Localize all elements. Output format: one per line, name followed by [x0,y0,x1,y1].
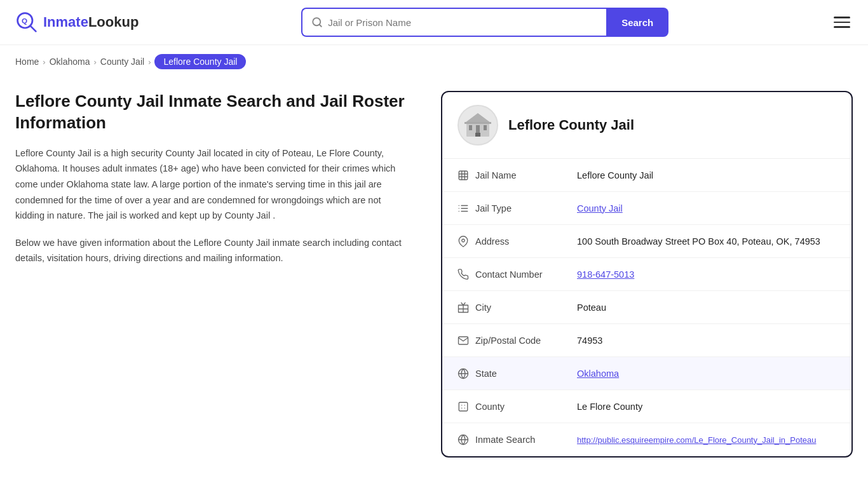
mail-icon [458,335,475,346]
chevron-icon: › [148,57,151,67]
globe-icon [458,368,475,379]
svg-marker-9 [465,113,491,123]
value-jail-name: Leflore County Jail [577,170,836,180]
svg-rect-7 [476,125,480,133]
breadcrumb-oklahoma[interactable]: Oklahoma [50,57,90,67]
table-row: Inmate Search http://public.esquireempir… [442,423,851,456]
jail-icon [458,170,475,181]
label-jail-name: Jail Name [475,170,577,180]
label-inmate-search: Inmate Search [475,435,577,445]
svg-line-4 [320,24,322,26]
svg-line-1 [30,25,36,31]
hamburger-menu[interactable] [831,14,853,30]
building-icon [463,110,493,140]
avatar [458,105,498,146]
table-row: Jail Type County Jail [442,192,851,225]
logo: Q InmateLookup [15,11,139,34]
state-link[interactable]: Oklahoma [577,369,619,379]
label-zip: Zip/Postal Code [475,336,577,346]
label-city: City [475,302,577,313]
jail-card-title: Leflore County Jail [508,117,634,133]
contact-link[interactable]: 918-647-5013 [577,269,634,280]
breadcrumb-home[interactable]: Home [15,57,39,67]
table-row: Zip/Postal Code 74953 [442,324,851,357]
page-description-2: Below we have given information about th… [15,235,409,266]
right-panel: Leflore County Jail Jail Name Leflore Co… [441,91,853,458]
info-table: Jail Name Leflore County Jail Jail Type … [442,159,851,456]
label-address: Address [475,236,577,247]
table-row: Contact Number 918-647-5013 [442,258,851,291]
svg-rect-10 [475,133,480,137]
svg-rect-6 [469,125,472,130]
table-row: State Oklahoma [442,357,851,390]
value-state: Oklahoma [577,369,836,379]
search-bar: Search [301,8,668,37]
page-description-1: Leflore County Jail is a high security C… [15,146,409,224]
page-title: Leflore County Jail Inmate Search and Ja… [15,91,409,134]
breadcrumb-county-jail[interactable]: County Jail [100,57,144,67]
value-address: 100 South Broadway Street PO Box 40, Pot… [577,236,836,247]
search-globe-icon [458,434,475,445]
search-input-wrapper [301,8,606,37]
chevron-icon: › [43,57,45,67]
label-contact: Contact Number [475,269,577,280]
info-card-header: Leflore County Jail [442,92,851,159]
table-row: Jail Name Leflore County Jail [442,159,851,192]
list-icon [458,203,475,214]
left-panel: Leflore County Jail Inmate Search and Ja… [15,91,422,266]
svg-point-23 [462,239,465,242]
value-inmate-search: http://public.esquireempire.com/Le_Flore… [577,435,836,445]
hamburger-line [834,17,850,18]
county-icon [458,401,475,412]
value-county: Le Flore County [577,402,836,412]
value-zip: 74953 [577,336,836,346]
label-county: County [475,402,577,412]
logo-text: InmateLookup [43,14,139,30]
header: Q InmateLookup Search [0,0,868,45]
search-input[interactable] [328,17,597,28]
info-card: Leflore County Jail Jail Name Leflore Co… [441,91,853,458]
inmate-search-link[interactable]: http://public.esquireempire.com/Le_Flore… [577,435,817,445]
svg-rect-29 [459,402,468,411]
search-button[interactable]: Search [606,8,668,37]
table-row: Address 100 South Broadway Street PO Box… [442,225,851,258]
hamburger-line [834,22,850,24]
value-city: Poteau [577,302,836,313]
value-contact: 918-647-5013 [577,269,836,280]
chevron-icon: › [94,57,97,67]
label-state: State [475,369,577,379]
svg-rect-11 [465,122,491,124]
phone-icon [458,269,475,280]
breadcrumb-current: Leflore County Jail [154,54,246,69]
table-row: City Poteau [442,291,851,324]
logo-icon: Q [15,11,38,34]
search-icon [311,17,323,28]
location-icon [458,236,475,247]
main-content: Leflore County Jail Inmate Search and Ja… [0,78,868,483]
city-icon [458,302,475,313]
value-jail-type: County Jail [577,203,836,214]
hamburger-line [834,26,850,28]
svg-rect-12 [459,171,468,180]
svg-rect-8 [484,125,487,130]
label-jail-type: Jail Type [475,203,577,214]
svg-text:Q: Q [22,17,27,25]
breadcrumb: Home › Oklahoma › County Jail › Leflore … [0,45,868,78]
jail-type-link[interactable]: County Jail [577,203,623,214]
table-row: County Le Flore County [442,390,851,423]
